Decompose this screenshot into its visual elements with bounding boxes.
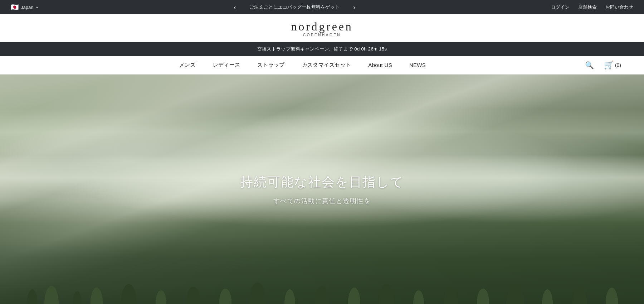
campaign-bar: 交換ストラップ無料キャンペーン、終了まで 0d 0h 26m 15s <box>0 42 644 56</box>
brand-sub: COPENHAGEN <box>291 33 353 37</box>
promo-text: ご注文ごとにエコバッグ一枚無料をゲット <box>249 4 340 10</box>
search-icon: 🔍 <box>585 61 594 69</box>
japan-flag-icon: 🇯🇵 <box>11 3 19 11</box>
hero-subtitle: すべての活動に責任と透明性を <box>240 197 404 205</box>
promo-area: ‹ ご注文ごとにエコバッグ一枚無料をゲット › <box>38 4 551 11</box>
nav-bar: メンズ レディース ストラップ カスタマイズセット About US NEWS … <box>0 56 644 74</box>
hero-content: 持続可能な社会を目指して すべての活動に責任と透明性を <box>240 173 404 205</box>
nav-icons: 🔍 🛒 (0) <box>584 59 623 71</box>
cart-button[interactable]: 🛒 (0) <box>602 59 623 71</box>
search-button[interactable]: 🔍 <box>584 59 595 71</box>
promo-prev-button[interactable]: ‹ <box>231 4 239 11</box>
nav-news[interactable]: NEWS <box>409 62 426 68</box>
brand-name: nordgreen <box>291 21 353 32</box>
nav-links: メンズ レディース ストラップ カスタマイズセット About US NEWS <box>21 62 584 68</box>
login-link[interactable]: ログイン <box>551 4 570 10</box>
nav-about[interactable]: About US <box>368 62 392 68</box>
nav-mens[interactable]: メンズ <box>179 62 196 68</box>
nav-ladies[interactable]: レディース <box>213 62 240 68</box>
contact-link[interactable]: お問い合わせ <box>605 4 633 10</box>
promo-next-button[interactable]: › <box>350 4 358 11</box>
nav-customize[interactable]: カスタマイズセット <box>302 62 351 68</box>
hero-section: 持続可能な社会を目指して すべての活動に責任と透明性を <box>0 74 644 304</box>
cart-icon: 🛒 <box>604 61 614 70</box>
hero-title: 持続可能な社会を目指して <box>240 173 404 191</box>
nav-strap[interactable]: ストラップ <box>257 62 285 68</box>
logo[interactable]: nordgreen COPENHAGEN <box>291 21 353 37</box>
store-search-link[interactable]: 店舗検索 <box>578 4 597 10</box>
region-selector[interactable]: 🇯🇵 Japan ▾ <box>11 3 38 11</box>
top-bar: 🇯🇵 Japan ▾ ‹ ご注文ごとにエコバッグ一枚無料をゲット › ログイン … <box>0 0 644 14</box>
top-bar-right: ログイン 店舗検索 お問い合わせ <box>551 4 633 10</box>
cart-count: (0) <box>615 62 621 68</box>
logo-bar: nordgreen COPENHAGEN <box>0 14 644 42</box>
region-label: Japan <box>21 5 33 10</box>
campaign-text: 交換ストラップ無料キャンペーン、終了まで 0d 0h 26m 15s <box>257 46 387 52</box>
